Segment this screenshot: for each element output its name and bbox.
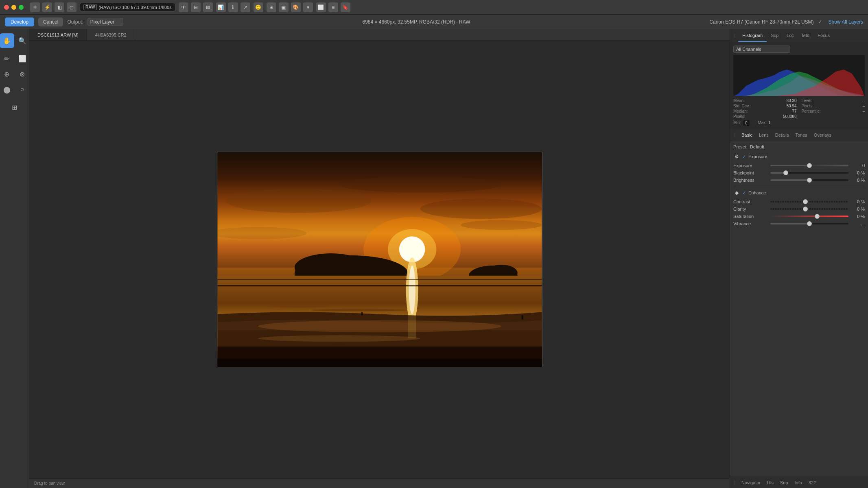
loc-tab[interactable]: Loc — [783, 29, 798, 42]
develop-toolbar: Develop Cancel Output: Pixel Layer 6984 … — [0, 15, 868, 29]
layers-icon[interactable]: ≡ — [328, 2, 338, 12]
histogram-tab[interactable]: Histogram — [738, 29, 767, 42]
svg-point-3 — [420, 199, 542, 219]
preset-row: Preset: Default — [733, 144, 865, 149]
split-icon[interactable]: ⊟ — [191, 2, 201, 12]
minimize-button[interactable] — [11, 5, 16, 10]
enhance-check[interactable]: ✓ — [742, 190, 746, 196]
show-layers-button[interactable]: Show All Layers — [829, 19, 863, 25]
transform-tools: ⊞ — [7, 100, 22, 115]
close-button[interactable] — [4, 5, 9, 10]
cancel-button[interactable]: Cancel — [38, 17, 63, 26]
brightness-value: 0 % — [851, 178, 865, 183]
zoom-tool[interactable]: 🔍 — [15, 33, 30, 48]
chevron-down-icon[interactable]: ▾ — [303, 2, 313, 12]
brush-tool[interactable]: ✏ — [0, 51, 14, 66]
histogram-section: All Channels Red Green Blue — [730, 42, 868, 129]
saturation-slider[interactable] — [770, 216, 848, 217]
emoji-icon-group: 🙂 — [254, 2, 263, 12]
info-icon[interactable]: ℹ — [228, 2, 238, 12]
mtd-tab[interactable]: Mtd — [798, 29, 813, 42]
dodge-tool[interactable]: ○ — [15, 82, 30, 97]
action-icon[interactable]: ⚡ — [42, 2, 52, 12]
blackpoint-slider[interactable] — [770, 172, 848, 174]
svg-point-25 — [258, 335, 420, 342]
snp-tab[interactable]: Snp — [777, 477, 791, 488]
contrast-slider[interactable] — [770, 201, 848, 203]
brightness-slider[interactable] — [770, 179, 848, 181]
maximize-button[interactable] — [19, 5, 24, 10]
bookmark-icon[interactable]: 🔖 — [341, 2, 350, 12]
sticker-icon[interactable]: 🙂 — [254, 2, 263, 12]
tab-file1[interactable]: DSC01913.ARW [M] — [29, 29, 87, 40]
export-icon[interactable]: ⬜ — [316, 2, 326, 12]
tab-file2[interactable]: 4H0A6395.CR2 — [87, 29, 135, 40]
32p-tab[interactable]: 32P — [805, 477, 820, 488]
svg-rect-30 — [217, 359, 542, 367]
pixels-stat: Pixels: 508086 — [733, 114, 797, 119]
panel-tabs: | Histogram Scp Loc Mtd Focus — [730, 29, 868, 42]
histogram-icon[interactable]: 📊 — [216, 2, 226, 12]
focus-tab[interactable]: Focus — [813, 29, 834, 42]
vibrance-label: Vibrance — [733, 221, 768, 226]
develop-button[interactable]: Develop — [5, 17, 34, 26]
left-toolbar: ✋ 🔍 ✏ ⬜ ⊕ ⊗ ⬤ ○ ⊞ — [0, 29, 29, 488]
diamond-icon: ◆ — [733, 190, 740, 196]
histogram-svg — [733, 55, 865, 96]
contrast-label: Contrast — [733, 199, 768, 204]
mean-stat: Mean: 83.30 — [733, 98, 797, 103]
navigator-tab[interactable]: Navigator — [738, 477, 764, 488]
lens-tab[interactable]: Lens — [756, 129, 772, 141]
svg-point-23 — [310, 309, 408, 312]
panel-toggle[interactable]: ▣ — [279, 2, 289, 12]
section-collapse-icon[interactable]: | — [732, 129, 738, 141]
clone-tool[interactable]: ⊕ — [0, 67, 14, 81]
exposure-value: 0 — [851, 163, 865, 168]
channel-select[interactable]: All Channels Red Green Blue — [733, 46, 790, 53]
blackpoint-value: 0 % — [851, 170, 865, 175]
right-icons: 📊 ℹ ↗ — [216, 2, 250, 12]
blackpoint-slider-row: Blackpoint 0 % — [733, 170, 865, 175]
vibrance-slider[interactable] — [770, 223, 848, 224]
crop-tool[interactable]: ⊞ — [7, 100, 22, 115]
camera-info-text: (RAW) ISO 100 f/7.1 39.0mm 1/800s — [98, 5, 171, 10]
eraser-tool[interactable]: ⬜ — [15, 51, 30, 66]
his-tab[interactable]: His — [764, 477, 777, 488]
bottom-tabs: | Navigator His Snp Info 32P — [730, 477, 868, 488]
layer-icon[interactable]: ◧ — [55, 2, 64, 12]
exposure-check[interactable]: ✓ — [742, 154, 746, 159]
heal-tool[interactable]: ⊗ — [15, 67, 30, 81]
overlays-tab[interactable]: Overlays — [811, 129, 835, 141]
app-icon[interactable]: ⚛ — [30, 2, 40, 12]
exposure-slider-row: Exposure 0 — [733, 163, 865, 168]
arrange-icon[interactable]: ◻ — [67, 2, 77, 12]
basic-tab[interactable]: Basic — [738, 129, 756, 141]
exposure-label: Exposure — [733, 163, 768, 168]
panel-collapse-icon[interactable]: | — [732, 29, 738, 42]
clarity-slider[interactable] — [770, 208, 848, 210]
svg-point-5 — [461, 220, 542, 230]
tones-tab[interactable]: Tones — [792, 129, 810, 141]
exposure-group-header: ⚙ ✓ Exposure — [733, 153, 865, 160]
color-icon[interactable]: 🎨 — [291, 2, 301, 12]
canvas-viewport[interactable] — [29, 41, 730, 478]
scp-tab[interactable]: Scp — [767, 29, 783, 42]
compare-icon[interactable]: ⊠ — [203, 2, 213, 12]
info-tab[interactable]: Info — [791, 477, 805, 488]
eye-icon[interactable]: 👁 — [179, 2, 188, 12]
svg-point-9 — [400, 238, 423, 261]
share-icon[interactable]: ↗ — [241, 2, 250, 12]
blackpoint-label: Blackpoint — [733, 170, 768, 175]
burn-tool[interactable]: ⬤ — [0, 82, 14, 97]
traffic-lights — [4, 5, 24, 10]
svg-rect-27 — [408, 278, 416, 338]
hand-tool[interactable]: ✋ — [0, 33, 14, 48]
divider-1 — [733, 186, 865, 186]
stddev-stat: Std. Dev.: 50.94 — [733, 104, 797, 108]
output-select[interactable]: Pixel Layer — [87, 18, 123, 26]
checkbox-icon: ✓ — [818, 19, 824, 25]
exposure-slider[interactable] — [770, 165, 848, 166]
grid-icon[interactable]: ⊞ — [267, 2, 276, 12]
bottom-collapse-icon[interactable]: | — [732, 480, 738, 485]
details-tab[interactable]: Details — [772, 129, 792, 141]
